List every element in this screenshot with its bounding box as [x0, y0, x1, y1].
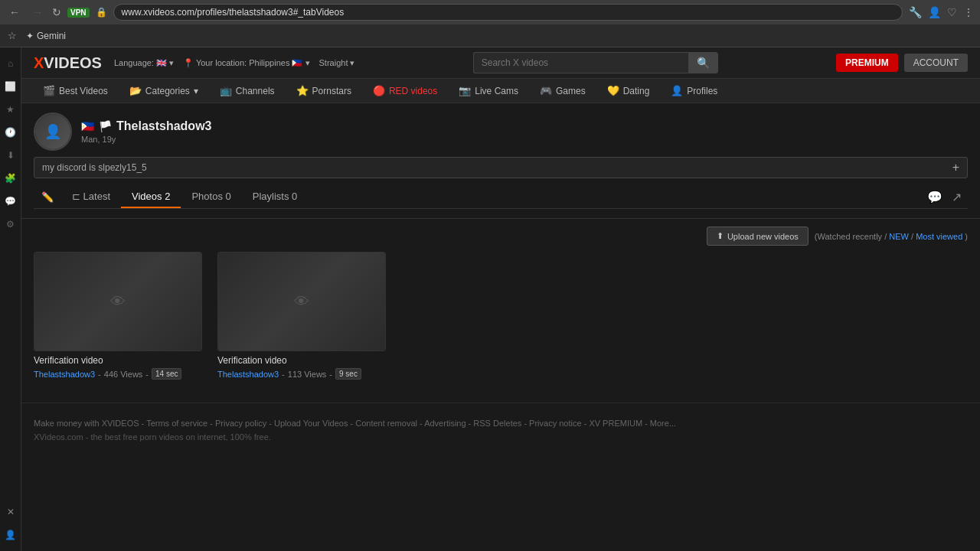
- video-author-link[interactable]: Thelastshadow3: [217, 370, 279, 379]
- video-duration: 14 sec: [152, 368, 181, 380]
- sidebar-x-icon[interactable]: ✕: [2, 504, 19, 520]
- sidebar-history-icon[interactable]: 🕐: [2, 124, 19, 141]
- footer-link-upload[interactable]: Upload Your Videos: [274, 419, 348, 428]
- footer-links: Make money with XVIDEOS - Terms of servi…: [34, 419, 968, 428]
- favorites-icon[interactable]: ♡: [947, 6, 957, 18]
- tab-latest[interactable]: ⊏ Latest: [61, 186, 121, 208]
- footer-link-make-money[interactable]: Make money with XVIDEOS: [34, 419, 139, 428]
- sidebar-favorites-icon[interactable]: ★: [2, 101, 19, 118]
- sidebar-settings-icon[interactable]: ⚙: [2, 216, 19, 233]
- video-views: 446 Views: [104, 370, 143, 379]
- sidebar-social-icon[interactable]: 💬: [2, 193, 19, 210]
- location-selector[interactable]: 📍 Your location: Philippines 🇵🇭 ▾: [183, 58, 309, 68]
- rss-icon: ⊏: [72, 191, 80, 202]
- loading-icon: 👁: [294, 293, 309, 311]
- videos-grid: 👁 Verification video Thelastshadow3 - 44…: [34, 252, 968, 380]
- forward-button[interactable]: →: [29, 5, 46, 20]
- categories-icon: 📂: [129, 85, 142, 96]
- video-card[interactable]: 👁 Verification video Thelastshadow3 - 11…: [217, 252, 386, 380]
- bookmark-star-icon: ☆: [8, 30, 17, 41]
- footer-link-xv-premium[interactable]: XV PREMIUM: [589, 419, 642, 428]
- search-input[interactable]: [473, 52, 688, 73]
- language-selector[interactable]: Language: 🇬🇧 ▾: [114, 58, 174, 68]
- tab-playlists[interactable]: Playlists 0: [242, 186, 309, 208]
- video-views: 113 Views: [288, 370, 327, 379]
- footer-link-terms[interactable]: Terms of service: [146, 419, 207, 428]
- footer-link-rss[interactable]: RSS Deletes: [473, 419, 521, 428]
- profile-icon[interactable]: 👤: [928, 6, 941, 18]
- upload-icon: ⬆: [717, 231, 724, 241]
- sidebar-user-icon[interactable]: 👤: [2, 527, 19, 543]
- logo-text: VIDEOS: [44, 54, 102, 72]
- url-text: www.xvideos.com/profiles/thelastshadow3#…: [122, 7, 345, 18]
- sidebar-downloads-icon[interactable]: ⬇: [2, 147, 19, 164]
- add-button[interactable]: +: [952, 161, 959, 174]
- tab-edit-icon[interactable]: ✏️: [34, 187, 61, 207]
- sidebar-tabs-icon[interactable]: ⬜: [2, 78, 19, 95]
- profile-tabs: ✏️ ⊏ Latest Videos 2 Photos 0 Playlists …: [34, 181, 968, 209]
- nav-live-cams[interactable]: 📷 Live Cams: [449, 79, 528, 103]
- video-author-link[interactable]: Thelastshadow3: [34, 370, 95, 379]
- video-thumbnail[interactable]: 👁: [217, 252, 386, 351]
- videos-count: 2: [165, 191, 170, 202]
- videos-area: ⬆ Upload new videos (Watched recently / …: [21, 219, 980, 387]
- straight-selector[interactable]: Straight ▾: [319, 58, 355, 68]
- avatar-image: 👤: [35, 114, 70, 149]
- nav-categories[interactable]: 📂 Categories ▾: [120, 79, 207, 103]
- tab-videos[interactable]: Videos 2: [121, 186, 181, 208]
- profile-username: Thelastshadow3: [116, 119, 211, 133]
- footer-link-removal[interactable]: Content removal: [355, 419, 417, 428]
- nav-categories-label: Categories: [145, 86, 190, 96]
- reload-button[interactable]: ↻: [52, 6, 61, 18]
- live-cams-icon: 📷: [459, 85, 471, 96]
- nav-red-videos-label: RED videos: [389, 86, 437, 96]
- footer-link-more[interactable]: More...: [650, 419, 676, 428]
- red-videos-icon: 🔴: [373, 85, 385, 96]
- extensions-icon[interactable]: 🔧: [909, 6, 922, 18]
- settings-icon[interactable]: ⋮: [963, 6, 974, 18]
- meta-dash: -: [145, 370, 149, 379]
- comment-icon[interactable]: 💬: [927, 190, 942, 204]
- search-button[interactable]: 🔍: [688, 52, 718, 73]
- footer-link-privacy-notice[interactable]: Privacy notice: [529, 419, 581, 428]
- back-button[interactable]: ←: [6, 5, 23, 20]
- footer-link-privacy[interactable]: Privacy policy: [215, 419, 266, 428]
- video-thumbnail[interactable]: 👁: [34, 252, 202, 351]
- url-bar[interactable]: www.xvideos.com/profiles/thelastshadow3#…: [113, 4, 903, 21]
- premium-button[interactable]: PREMIUM: [836, 54, 898, 72]
- upload-videos-button[interactable]: ⬆ Upload new videos: [707, 227, 808, 246]
- site-logo[interactable]: X VIDEOS: [34, 54, 102, 72]
- nav-channels[interactable]: 📺 Channels: [211, 79, 284, 103]
- nav-games[interactable]: 🎮 Games: [531, 79, 595, 103]
- video-duration: 9 sec: [335, 368, 361, 380]
- header-meta: Language: 🇬🇧 ▾ 📍 Your location: Philippi…: [114, 58, 355, 68]
- profile-gender-age: Man, 19y: [81, 135, 211, 144]
- thumb-background: 👁: [218, 253, 385, 350]
- share-icon[interactable]: ↗: [952, 190, 962, 204]
- nav-profiles[interactable]: 👤 Profiles: [662, 79, 727, 103]
- nav-best-videos[interactable]: 🎬 Best Videos: [34, 79, 117, 103]
- site-footer: Make money with XVIDEOS - Terms of servi…: [21, 403, 980, 457]
- account-button[interactable]: ACCOUNT: [904, 54, 968, 72]
- video-title: Verification video: [34, 355, 202, 366]
- video-card[interactable]: 👁 Verification video Thelastshadow3 - 44…: [34, 252, 202, 380]
- nav-games-label: Games: [556, 86, 586, 96]
- watched-new-link[interactable]: NEW: [889, 232, 909, 241]
- meta-dash: -: [329, 370, 332, 379]
- watched-most-link[interactable]: Most viewed: [916, 232, 962, 241]
- footer-link-advertising[interactable]: Advertising: [424, 419, 466, 428]
- nav-dating[interactable]: 💛 Dating: [598, 79, 659, 103]
- sidebar-extensions-icon[interactable]: 🧩: [2, 170, 19, 187]
- nav-pornstars[interactable]: ⭐ Pornstars: [287, 79, 361, 103]
- photos-count: 0: [226, 191, 231, 202]
- nav-red-videos[interactable]: 🔴 RED videos: [364, 79, 446, 103]
- tab-photos[interactable]: Photos 0: [181, 186, 241, 208]
- tabs-right-actions: 💬 ↗: [927, 190, 968, 204]
- lock-icon: 🔒: [96, 7, 107, 18]
- bookmark-gemini[interactable]: ✦ Gemini: [20, 29, 72, 43]
- browser-sidebar: ⌂ ⬜ ★ 🕐 ⬇ 🧩 💬 ⚙ ✕ 👤: [0, 47, 21, 551]
- nav-profiles-label: Profiles: [687, 86, 717, 96]
- profile-header: 👤 🇵🇭 🏳️ Thelastshadow3 Man, 19y: [34, 112, 968, 151]
- site-header: X VIDEOS Language: 🇬🇧 ▾ 📍 Your location:…: [21, 47, 980, 79]
- sidebar-home-icon[interactable]: ⌂: [2, 55, 19, 72]
